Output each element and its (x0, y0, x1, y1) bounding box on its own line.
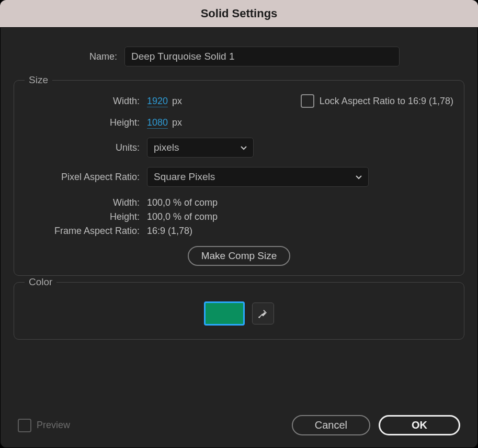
size-info: Width: 100,0 % of comp Height: 100,0 % o… (25, 197, 453, 237)
preview-label: Preview (37, 420, 70, 431)
info-height-label: Height: (25, 211, 140, 222)
color-swatch[interactable] (204, 301, 245, 326)
svg-point-0 (258, 317, 260, 318)
height-value[interactable]: 1080 (147, 117, 168, 128)
units-value: pixels (154, 142, 179, 153)
info-width-label: Width: (25, 197, 140, 208)
chevron-down-icon (355, 173, 363, 181)
dialog-solid-settings: Solid Settings Name: Size Width: 1920 px… (0, 0, 478, 448)
height-label: Height: (25, 117, 140, 128)
ok-button[interactable]: OK (379, 415, 460, 435)
width-value[interactable]: 1920 (147, 96, 168, 107)
preview-checkbox (18, 419, 31, 432)
dialog-title: Solid Settings (201, 7, 278, 20)
name-input[interactable] (124, 47, 400, 66)
pixel-aspect-ratio-select[interactable]: Square Pixels (147, 167, 369, 187)
info-far-label: Frame Aspect Ratio: (25, 226, 140, 237)
size-legend: Size (25, 74, 52, 86)
width-label: Width: (25, 96, 140, 107)
height-unit: px (172, 117, 182, 128)
dialog-body: Name: Size Width: 1920 px Lock Aspect Ra… (0, 28, 478, 448)
info-width-value: 100,0 % of comp (147, 197, 453, 208)
size-grid: Width: 1920 px Lock Aspect Ratio to 16:9… (25, 94, 453, 187)
preview-toggle: Preview (18, 419, 70, 432)
lock-aspect-label: Lock Aspect Ratio to 16:9 (1,78) (320, 96, 453, 107)
cancel-button[interactable]: Cancel (292, 415, 370, 435)
make-comp-size-button[interactable]: Make Comp Size (188, 246, 291, 266)
width-unit: px (172, 96, 182, 107)
color-group: Color (14, 282, 464, 340)
eyedropper-button[interactable] (252, 303, 274, 324)
par-value: Square Pixels (154, 171, 215, 183)
info-height-value: 100,0 % of comp (147, 211, 453, 222)
chevron-down-icon (240, 143, 248, 152)
dialog-footer: Preview Cancel OK (14, 340, 464, 448)
name-label: Name: (14, 51, 117, 62)
lock-aspect-checkbox[interactable] (301, 94, 314, 108)
par-label: Pixel Aspect Ratio: (25, 172, 140, 183)
color-legend: Color (25, 276, 56, 288)
units-select[interactable]: pixels (147, 138, 254, 158)
name-row: Name: (14, 47, 464, 66)
info-far-value: 16:9 (1,78) (147, 226, 453, 237)
units-label: Units: (25, 142, 140, 153)
size-group: Size Width: 1920 px Lock Aspect Ratio to… (14, 80, 464, 276)
eyedropper-icon (257, 308, 269, 319)
titlebar: Solid Settings (0, 0, 478, 28)
